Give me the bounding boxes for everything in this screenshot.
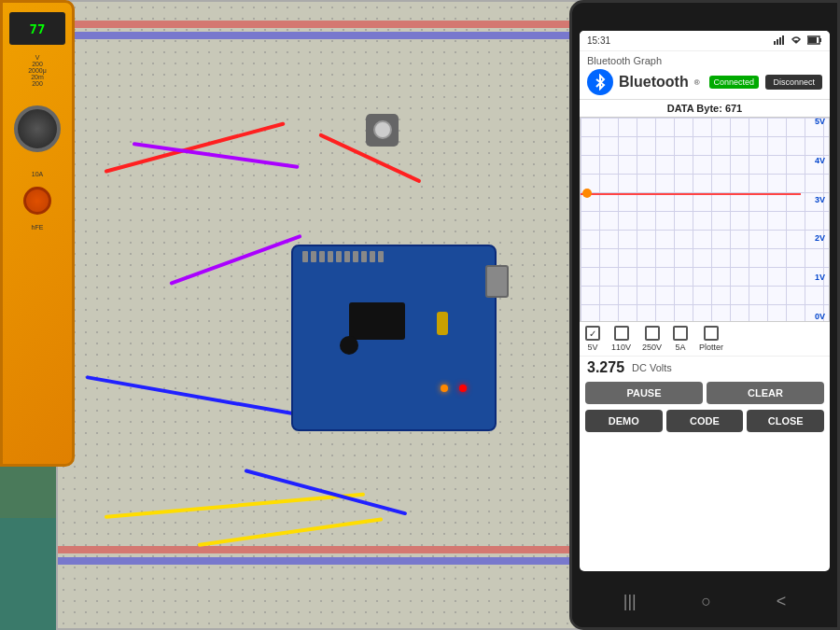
pin [328, 251, 333, 262]
bluetooth-row: Bluetooth ® Connected Disconnect [587, 69, 822, 95]
svg-rect-5 [819, 38, 821, 42]
svg-rect-1 [777, 39, 778, 45]
clear-button[interactable]: CLEAR [707, 382, 824, 404]
multimeter-label-v: V [3, 54, 72, 61]
rail-red-top [58, 21, 586, 28]
potentiometer [366, 114, 399, 147]
arduino-led-red [459, 385, 467, 392]
checkbox-250v-box[interactable] [645, 326, 660, 341]
status-icons [774, 35, 822, 47]
pin [336, 251, 342, 262]
close-button[interactable]: CLOSE [747, 410, 824, 432]
bluetooth-label: Bluetooth [619, 74, 689, 91]
checkbox-110v[interactable]: 110V [611, 326, 631, 352]
rail-red-bottom [58, 546, 586, 553]
arduino-pins [302, 251, 485, 265]
reading-row: 3.275 DC Volts [580, 357, 830, 379]
reading-value: 3.275 [587, 359, 624, 376]
graph-labels: 5V 4V 3V 2V 1V 0V [815, 118, 825, 321]
potentiometer-knob [373, 120, 392, 139]
disconnect-button[interactable]: Disconnect [765, 75, 822, 90]
arduino-crystal [437, 312, 448, 335]
checkbox-row: 5V 110V 250V 5A Plotter [580, 322, 830, 357]
breadboard [56, 0, 588, 630]
multimeter-dial[interactable] [14, 105, 61, 152]
app-header: Bluetooth Graph Bluetooth ® Connected Di… [580, 51, 830, 100]
checkbox-250v[interactable]: 250V [642, 326, 662, 352]
bluetooth-icon [587, 69, 613, 95]
checkbox-plotter-box[interactable] [704, 326, 719, 341]
pin [370, 251, 375, 262]
graph-label-0v: 0V [815, 313, 825, 321]
bluetooth-trademark: ® [694, 78, 700, 87]
checkbox-5a-box[interactable] [673, 326, 688, 341]
button-row-2: DEMO CODE CLOSE [580, 407, 830, 435]
arduino-usb-port [485, 265, 509, 298]
pin [319, 251, 325, 262]
reading-unit: DC Volts [632, 362, 672, 373]
pin [353, 251, 358, 262]
checkbox-5a-label: 5A [676, 343, 686, 352]
graph-label-2v: 2V [815, 234, 825, 243]
multimeter: 77 V 200 2000μ 20m 200 10A hFE [0, 0, 75, 467]
graph-area: 5V 4V 3V 2V 1V 0V [580, 117, 830, 322]
arduino-chip [349, 302, 405, 340]
svg-rect-2 [779, 37, 781, 45]
checkbox-5v[interactable]: 5V [585, 326, 600, 352]
graph-label-4v: 4V [815, 157, 825, 165]
app-title: Bluetooth Graph [587, 55, 822, 66]
demo-button[interactable]: DEMO [585, 410, 663, 432]
graph-grid [581, 118, 829, 321]
graph-label-3v: 3V [815, 196, 825, 204]
pin [302, 251, 308, 262]
pin [361, 251, 367, 262]
pin [311, 251, 316, 262]
status-bar: 15:31 [580, 31, 830, 51]
multimeter-knob [23, 187, 51, 215]
arduino-led-orange [441, 385, 448, 392]
svg-rect-0 [774, 41, 776, 45]
multimeter-range2: 2000μ [3, 67, 72, 74]
checkbox-250v-label: 250V [642, 343, 662, 352]
status-time: 15:31 [587, 35, 610, 46]
phone: 15:31 [569, 0, 840, 630]
pin [344, 251, 350, 262]
svg-rect-6 [808, 37, 817, 43]
graph-label-5v: 5V [815, 118, 825, 126]
phone-nav-bar: ||| ○ < [572, 576, 837, 627]
pin [378, 251, 384, 262]
data-byte-display: DATA Byte: 671 [580, 100, 830, 117]
checkbox-5a[interactable]: 5A [673, 326, 688, 352]
multimeter-range3: 20m [3, 74, 72, 80]
graph-line-3v [581, 193, 801, 195]
checkbox-110v-label: 110V [611, 343, 631, 352]
svg-rect-3 [782, 35, 784, 45]
multimeter-10a: 10A [3, 171, 72, 177]
multimeter-hfe: hFE [3, 224, 72, 231]
nav-home-button[interactable]: ○ [701, 592, 711, 611]
checkbox-5v-label: 5V [587, 343, 597, 352]
arduino-board [291, 245, 497, 431]
phone-screen: 15:31 [580, 31, 830, 571]
button-row-1: PAUSE CLEAR [580, 379, 830, 407]
rail-blue-top [58, 32, 586, 39]
connected-badge: Connected [709, 76, 760, 89]
multimeter-display: 77 [9, 12, 65, 45]
multimeter-value: 77 [30, 21, 46, 36]
multimeter-range4: 200 [3, 80, 72, 87]
rail-blue-bottom [58, 557, 586, 565]
graph-label-1v: 1V [815, 273, 825, 282]
multimeter-range: 200 [3, 61, 72, 67]
checkbox-110v-box[interactable] [614, 326, 629, 341]
arduino-component [340, 336, 358, 355]
checkbox-5v-box[interactable] [585, 326, 600, 341]
code-button[interactable]: CODE [666, 410, 744, 432]
pause-button[interactable]: PAUSE [585, 382, 703, 404]
nav-back-button[interactable]: ||| [623, 592, 637, 611]
checkbox-plotter[interactable]: Plotter [699, 326, 723, 352]
nav-recent-button[interactable]: < [777, 592, 787, 611]
checkbox-plotter-label: Plotter [699, 343, 723, 352]
